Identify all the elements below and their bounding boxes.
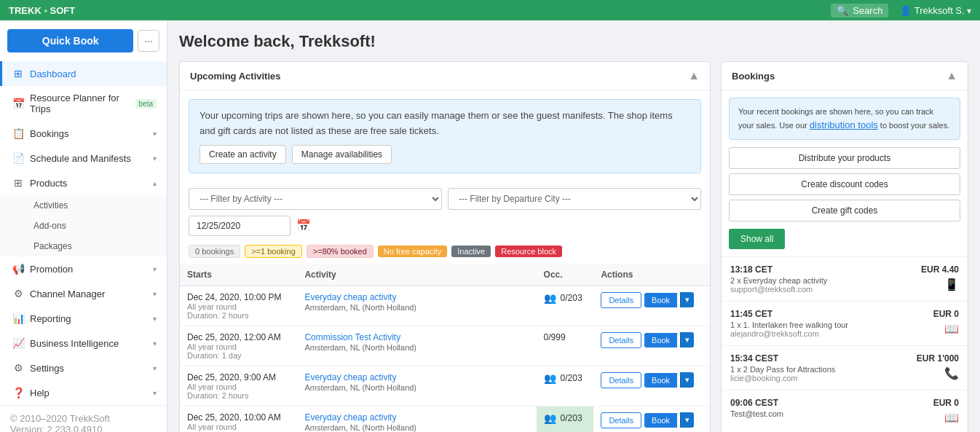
calendar-icon[interactable]: 📅 <box>296 219 311 232</box>
search-icon: 🔍 <box>837 5 848 16</box>
table-row: Dec 25, 2020, 9:00 AM All year round Dur… <box>180 366 710 406</box>
activities-table: Starts Activity Occ. Actions Dec 24, 202… <box>180 264 710 432</box>
activity-link[interactable]: Everyday cheap activity <box>304 412 396 423</box>
cell-occ: 0/999 <box>537 326 594 366</box>
chevron-down-icon: ▾ <box>153 339 157 347</box>
legend-one: >=1 booking <box>245 245 302 258</box>
col-starts: Starts <box>180 264 297 286</box>
sidebar-item-business-intelligence[interactable]: 📈 Business Intelligence ▾ <box>0 331 167 356</box>
booking-time: 15:34 CEST <box>730 353 917 364</box>
user-menu[interactable]: 👤 Trekksoft S. ▾ <box>900 5 971 16</box>
book-button[interactable]: Book <box>644 293 677 307</box>
person-icon: 👥 <box>544 372 556 384</box>
manage-availabilities-button[interactable]: Manage availabilities <box>292 145 392 164</box>
sidebar-footer: © 2010–2020 TrekkSoft Version: 2.233.0.4… <box>0 405 167 432</box>
filter-activity-select[interactable]: --- Filter by Activity --- <box>189 188 442 210</box>
chevron-down-icon: ▾ <box>153 130 157 138</box>
filter-city-select[interactable]: --- Filter by Departure City --- <box>448 188 701 210</box>
distribute-products-button[interactable]: Distribute your products <box>729 147 960 169</box>
occupancy-number: 0/203 <box>561 413 582 423</box>
occupancy-number: 0/203 <box>561 293 582 303</box>
chevron-down-icon: ▾ <box>153 364 157 372</box>
book-button[interactable]: Book <box>644 373 677 388</box>
sidebar-subitem-activities[interactable]: Activities <box>26 195 167 216</box>
sidebar-item-channel-manager[interactable]: ⚙ Channel Manager ▾ <box>0 281 167 306</box>
activity-link[interactable]: Everyday cheap activity <box>304 292 396 302</box>
settings-icon: ⚙ <box>12 362 24 374</box>
info-actions: Create an activity Manage availabilities <box>199 145 690 164</box>
sidebar-item-resource-planner[interactable]: 📅 Resource Planner for Trips beta <box>0 86 167 121</box>
details-button[interactable]: Details <box>601 332 641 348</box>
search-label[interactable]: Search <box>853 5 882 16</box>
distribution-tools-link[interactable]: distribution tools <box>810 119 878 130</box>
sidebar-subitem-addons[interactable]: Add-ons <box>26 216 167 236</box>
details-button[interactable]: Details <box>601 372 641 388</box>
date-input[interactable] <box>189 216 291 236</box>
book-button[interactable]: Book <box>644 333 677 347</box>
book-dropdown-button[interactable]: ▾ <box>680 332 694 347</box>
activity-link[interactable]: Commission Test Activity <box>304 332 400 342</box>
cell-activity: Everyday cheap activity Amsterdam, NL (N… <box>297 286 536 326</box>
create-activity-button[interactable]: Create an activity <box>199 145 286 164</box>
legend-eighty: >=80% booked <box>307 245 374 258</box>
sidebar-item-label: Help <box>30 388 153 398</box>
person-icon: 👥 <box>544 412 556 424</box>
table-row: Dec 24, 2020, 10:00 PM All year round Du… <box>180 286 710 326</box>
sidebar-item-help[interactable]: ❓ Help ▾ <box>0 380 167 405</box>
booking-amount: EUR 4.40 <box>921 264 959 275</box>
bookings-list: 13:18 CET 2 x Everyday cheap activity su… <box>722 256 968 432</box>
show-all-button[interactable]: Show all <box>729 229 785 249</box>
booking-email: support@trekksoft.com <box>730 285 921 294</box>
col-actions: Actions <box>593 264 710 286</box>
upcoming-activities-card: Upcoming Activities ▲ Your upcoming trip… <box>179 61 711 432</box>
booking-right: EUR 1'000 📞 <box>917 353 959 380</box>
booking-time: 11:45 CET <box>730 309 933 319</box>
sidebar-item-settings[interactable]: ⚙ Settings ▾ <box>0 356 167 380</box>
upcoming-info-box: Your upcoming trips are shown here, so y… <box>189 99 701 173</box>
sidebar-item-bookings[interactable]: 📋 Bookings ▾ <box>0 121 167 146</box>
right-panel: Bookings ▲ Your recent bookings are show… <box>721 61 968 432</box>
quickbook-more-button[interactable]: ··· <box>138 30 159 52</box>
book-button[interactable]: Book <box>644 413 677 428</box>
occupancy-number: 0/999 <box>544 332 566 342</box>
bookings-collapse-button[interactable]: ▲ <box>946 69 957 82</box>
legend-nofree: No free capacity <box>378 246 447 257</box>
sidebar-item-reporting[interactable]: 📊 Reporting ▾ <box>0 306 167 331</box>
sidebar-item-products[interactable]: ⊞ Products ▴ <box>0 170 167 195</box>
sidebar-item-label: Bookings <box>30 128 153 139</box>
booking-amount: EUR 0 <box>933 398 959 408</box>
activity-link[interactable]: Everyday cheap activity <box>304 372 396 382</box>
sidebar-subitem-packages[interactable]: Packages <box>26 236 167 256</box>
booking-time: 13:18 CET <box>730 264 921 275</box>
details-button[interactable]: Details <box>601 292 641 308</box>
legend-resource: Resource block <box>495 246 562 257</box>
booking-item: 11:45 CET 1 x 1. Interlaken free walking… <box>722 301 968 345</box>
details-button[interactable]: Details <box>601 412 641 428</box>
copyright-text: © 2010–2020 TrekkSoft <box>10 413 157 424</box>
booking-desc: 1 x 1. Interlaken free walking tour <box>730 321 933 329</box>
beta-badge: beta <box>135 99 157 109</box>
booking-desc: 1 x 2 Day Pass for Attractions <box>730 365 917 374</box>
book-dropdown-button[interactable]: ▾ <box>680 372 694 388</box>
sidebar-item-label: Promotion <box>30 264 153 275</box>
upcoming-activities-header: Upcoming Activities ▲ <box>180 62 710 90</box>
booking-item-left: 09:06 CEST Test@test.com <box>730 398 933 418</box>
bookings-title: Bookings <box>732 71 775 82</box>
book-dropdown-button[interactable]: ▾ <box>680 412 694 428</box>
sidebar-item-promotion[interactable]: 📢 Promotion ▾ <box>0 256 167 281</box>
quickbook-button[interactable]: Quick Book <box>7 29 133 52</box>
legend-zero: 0 bookings <box>189 245 240 258</box>
create-discount-codes-button[interactable]: Create discount codes <box>729 173 960 195</box>
sidebar: Quick Book ··· ⊞ Dashboard 📅 Resource Pl… <box>0 20 167 432</box>
top-nav: TREKK • SOFT 🔍 Search 👤 Trekksoft S. ▾ <box>0 0 980 20</box>
sidebar-item-label: Dashboard <box>30 68 157 79</box>
chevron-down-icon: ▾ <box>153 154 157 162</box>
search-bar[interactable]: 🔍 Search <box>831 4 888 17</box>
sidebar-item-dashboard[interactable]: ⊞ Dashboard <box>0 61 167 86</box>
col-occ: Occ. <box>537 264 594 286</box>
create-gift-codes-button[interactable]: Create gift codes <box>729 200 960 221</box>
collapse-button[interactable]: ▲ <box>688 69 700 82</box>
book-dropdown-button[interactable]: ▾ <box>680 292 694 307</box>
sidebar-item-label: Products <box>30 178 153 189</box>
sidebar-item-schedule-manifests[interactable]: 📄 Schedule and Manifests ▾ <box>0 146 167 170</box>
